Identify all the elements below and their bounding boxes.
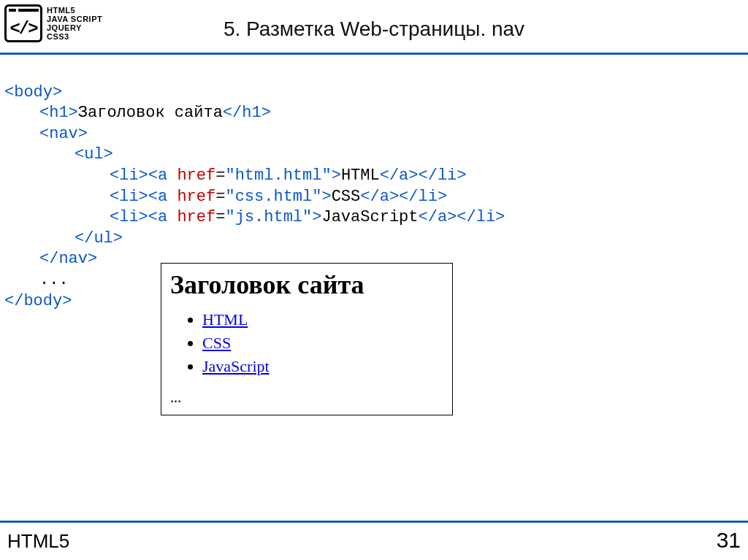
preview-heading: Заголовок сайта xyxy=(170,269,443,300)
code-nav-open: <nav> xyxy=(39,125,88,143)
slide-header: </> HTML5 JAVA SCRIPT JQUERY CSS3 5. Раз… xyxy=(0,0,748,55)
code-link-text-2: CSS xyxy=(332,188,361,206)
code-li-close-3: </li> xyxy=(457,208,505,226)
preview-item-2: CSS xyxy=(202,334,443,353)
code-href-attr-3: href xyxy=(177,208,215,226)
slide: </> HTML5 JAVA SCRIPT JQUERY CSS3 5. Раз… xyxy=(0,0,748,560)
code-ul-open: <ul> xyxy=(75,145,113,164)
code-href-val-1: "html.html" xyxy=(225,166,331,185)
code-a-open-1: <a xyxy=(148,166,167,185)
code-href-val-3: "js.html" xyxy=(225,208,312,226)
preview-link-css[interactable]: CSS xyxy=(202,334,231,352)
code-href-attr-2: href xyxy=(177,188,215,206)
code-a-open-3: <a xyxy=(148,208,167,226)
preview-item-3: JavaScript xyxy=(202,357,443,376)
code-nav-close: </nav> xyxy=(39,250,97,268)
logo-line-1: HTML5 xyxy=(47,6,102,15)
code-h1-open: <h1> xyxy=(39,104,78,122)
code-href-attr-1: href xyxy=(177,166,215,185)
preview-link-html[interactable]: HTML xyxy=(202,310,248,329)
code-body-open: <body> xyxy=(4,83,62,101)
preview-list: HTML CSS JavaScript xyxy=(170,310,443,376)
code-body-close: </body> xyxy=(4,292,72,310)
code-ul-close: </ul> xyxy=(75,229,123,248)
code-li-open-2: <li> xyxy=(110,188,148,206)
code-li-close-1: </li> xyxy=(419,166,467,185)
code-a-close-3: </a> xyxy=(419,208,457,226)
code-li-close-2: </li> xyxy=(399,188,447,206)
code-a-close-2: </a> xyxy=(360,188,399,206)
slide-title: 5. Разметка Web-страницы. nav xyxy=(0,18,748,41)
footer-left: HTML5 xyxy=(7,530,69,553)
code-h1-text: Заголовок сайта xyxy=(78,104,223,122)
code-li-open-1: <li> xyxy=(110,166,148,185)
code-a-close-1: </a> xyxy=(380,166,419,185)
code-link-text-1: HTML xyxy=(341,166,380,185)
slide-footer: HTML5 31 xyxy=(0,521,748,553)
code-h1-close: </h1> xyxy=(223,104,271,122)
code-href-val-2: "css.html" xyxy=(225,188,321,206)
preview-link-js[interactable]: JavaScript xyxy=(202,357,270,375)
preview-ellipsis: ... xyxy=(170,389,443,406)
code-ellipsis: ... xyxy=(39,271,69,289)
code-link-text-3: JavaScript xyxy=(321,208,418,226)
preview-item-1: HTML xyxy=(202,310,443,329)
code-a-open-2: <a xyxy=(148,188,167,206)
render-preview: Заголовок сайта HTML CSS JavaScript ... xyxy=(161,263,453,415)
code-li-open-3: <li> xyxy=(110,208,148,226)
slide-number: 31 xyxy=(717,528,741,553)
